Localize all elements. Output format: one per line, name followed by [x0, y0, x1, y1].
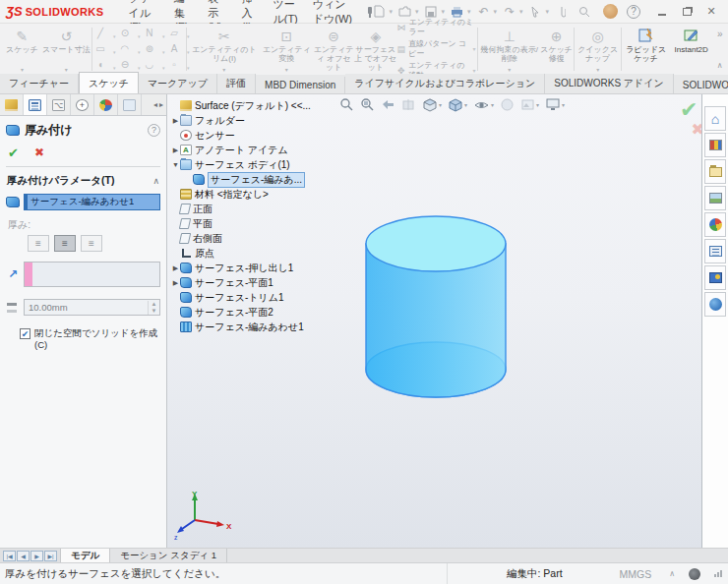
display-manager-tab[interactable] — [94, 94, 118, 115]
graphics-viewport[interactable]: Surface (デフォルト) <<... ▶フォルダー センサー ▶Aアノテー… — [167, 94, 728, 548]
3d-content-central-icon[interactable] — [704, 292, 726, 317]
more-tool-icon[interactable]: ▫ — [166, 57, 181, 73]
thicken-parameters-header[interactable]: 厚み付けパラメータ(T) ∧ — [6, 167, 160, 193]
tree-item-annotations[interactable]: ▶Aアノテート アイテム — [171, 143, 363, 157]
first-tab-icon[interactable]: |◀ — [3, 551, 16, 561]
thicken-both-sides-button[interactable]: ≡ — [54, 235, 76, 252]
undo-icon[interactable]: ↶ — [473, 3, 493, 21]
thicken-side1-button[interactable]: ≡ — [28, 235, 49, 252]
surface-offset-button[interactable]: ◈ サーフェス上 でオフセット — [354, 25, 397, 74]
confirm-ok-icon[interactable]: ✔ — [674, 100, 704, 120]
surface-selection-box[interactable]: サーフェス-編みあわせ1 — [24, 194, 160, 210]
tab-mbd-dimension[interactable]: MBD Dimension — [256, 77, 345, 93]
edit-appearance-icon[interactable] — [500, 97, 515, 112]
home-tab-icon[interactable]: ⌂ — [704, 106, 726, 131]
offset-entities-button[interactable]: ⊜ エンティティ オフセット — [313, 25, 354, 74]
view-orientation-icon[interactable]: ▾ — [422, 97, 442, 112]
smart-dimension-button[interactable]: ↺ スマート寸法 ▾ — [42, 25, 91, 74]
custom-properties-icon[interactable] — [704, 239, 726, 263]
last-tab-icon[interactable]: ▶| — [44, 551, 57, 561]
fillet-tool-icon[interactable]: ◡ — [142, 57, 156, 73]
tree-item-surface-plane1[interactable]: ▶サーフェス-平面1 — [171, 275, 363, 290]
tree-item-material[interactable]: 材料 <指定なし> — [171, 187, 363, 202]
property-manager-tab[interactable] — [24, 94, 47, 115]
file-explorer-icon[interactable] — [704, 159, 726, 184]
restore-button[interactable] — [676, 4, 698, 20]
tab-markup[interactable]: マークアップ — [139, 74, 217, 93]
tab-lifecycle-collaboration[interactable]: ライフサイクルおよびコラボレーション — [345, 74, 545, 93]
apply-scene-icon[interactable]: ▾ — [520, 97, 539, 112]
select-icon[interactable] — [525, 3, 545, 21]
rectangle-tool-icon[interactable]: ▭ — [92, 41, 107, 57]
tab-evaluate[interactable]: 評価 — [217, 74, 256, 93]
tree-item-surface-plane2[interactable]: サーフェス-平面2 — [171, 305, 363, 320]
repair-sketch-button[interactable]: ⊕ スケッチ修復 — [540, 25, 573, 74]
tab-solidworks-cam[interactable]: SOLIDWORKS CAM — [674, 77, 728, 93]
feature-manager-tab[interactable] — [0, 94, 24, 115]
attach-icon[interactable] — [552, 3, 572, 21]
tree-item-surface-knit1[interactable]: サーフェス-編みあわせ1 — [171, 320, 363, 334]
view-palette-icon[interactable] — [704, 186, 726, 210]
previous-view-icon[interactable] — [381, 97, 395, 112]
appearances-icon[interactable] — [704, 212, 726, 237]
sketch-button[interactable]: ✎ スケッチ ▾ — [2, 25, 42, 74]
ok-button[interactable]: ✔ — [8, 146, 19, 160]
tree-item-top-plane[interactable]: 平面 — [171, 216, 363, 231]
comment-icon[interactable] — [689, 568, 700, 580]
forum-icon[interactable] — [704, 265, 726, 290]
tab-scroll-left-icon[interactable]: ◂ — [153, 100, 157, 109]
direction-selection-box[interactable] — [24, 262, 160, 287]
search-icon[interactable] — [575, 3, 594, 21]
tree-item-surface-bodies[interactable]: ▼サーフェス ボディ(1) — [171, 157, 363, 172]
line-tool-icon[interactable]: ╱ — [92, 26, 107, 41]
tree-item-surface-extrude1[interactable]: ▶サーフェス-押し出し1 — [171, 261, 363, 275]
tab-scroll-right-icon[interactable]: ▸ — [159, 100, 163, 109]
next-tab-icon[interactable]: ▶ — [30, 551, 43, 561]
slot-tool-icon[interactable]: ◖ — [92, 57, 107, 73]
new-document-icon[interactable] — [369, 3, 389, 21]
unit-system[interactable]: MMGS — [619, 568, 651, 580]
tab-sketch[interactable]: スケッチ — [79, 72, 139, 93]
plane-tool-icon[interactable]: ▱ — [166, 26, 181, 41]
model-tab[interactable]: モデル — [61, 549, 110, 562]
close-button[interactable]: ✕ — [700, 4, 722, 20]
thicken-side2-button[interactable]: ≡ — [81, 235, 102, 252]
trim-entities-button[interactable]: ✂ エンティティのトリム(I) ▾ — [188, 25, 260, 74]
arc-tool-icon[interactable]: ◠ — [117, 41, 132, 57]
tree-item-origin[interactable]: 原点 — [171, 246, 363, 261]
point-tool-icon[interactable]: ⊖ — [117, 57, 132, 73]
linear-pattern-button[interactable]: ▤直線パターン コピー▾ — [397, 39, 476, 59]
user-avatar[interactable] — [603, 4, 618, 19]
tree-item-front-plane[interactable]: 正面 — [171, 202, 363, 216]
text-tool-icon[interactable]: A — [166, 41, 181, 57]
cylinder-model[interactable] — [354, 210, 531, 407]
prev-tab-icon[interactable]: ◀ — [17, 551, 30, 561]
zoom-to-fit-icon[interactable] — [339, 97, 354, 112]
help-icon[interactable]: ? — [627, 5, 640, 19]
spline-tool-icon[interactable]: N — [142, 26, 156, 41]
pin-menu-icon[interactable] — [362, 5, 370, 19]
dimxpert-manager-tab[interactable] — [71, 94, 94, 115]
mirror-entities-button[interactable]: ⋈エンティティのミラー — [397, 18, 476, 37]
tree-item-folder[interactable]: ▶フォルダー — [171, 113, 363, 128]
zoom-to-area-icon[interactable] — [360, 97, 375, 112]
cancel-button[interactable]: ✖ — [34, 146, 44, 160]
create-solid-checkbox-row[interactable]: ✔ 閉じた空間でソリッドを作成(C) — [20, 327, 160, 351]
tree-item-surface-knit-body[interactable]: サーフェス-編みあ... — [171, 172, 363, 187]
section-view-icon[interactable] — [401, 97, 416, 112]
thickness-spinner[interactable]: ▲▼ — [148, 301, 159, 315]
create-solid-checkbox[interactable]: ✔ — [20, 328, 30, 339]
ribbon-overflow-icon[interactable]: » — [717, 29, 723, 39]
tree-item-surface-trim1[interactable]: サーフェス-トリム1 — [171, 290, 363, 305]
redo-icon[interactable]: ↷ — [500, 3, 519, 21]
panel-help-icon[interactable]: ? — [148, 124, 160, 137]
design-library-icon[interactable] — [704, 133, 726, 157]
instant2d-button[interactable]: Instant2D — [669, 25, 713, 74]
hide-show-items-icon[interactable]: ▾ — [473, 97, 494, 112]
display-style-icon[interactable]: ▾ — [448, 97, 467, 112]
convert-entities-button[interactable]: ⊡ エンティティ変換 ▾ — [260, 25, 313, 74]
thickness-input[interactable]: 10.00mm ▲▼ — [24, 299, 160, 316]
collapse-section-icon[interactable]: ∧ — [152, 176, 159, 186]
tree-item-right-plane[interactable]: 右側面 — [171, 231, 363, 246]
display-relations-button[interactable]: ⊥ 幾何拘束の表示/削除 ▾ — [478, 25, 540, 74]
